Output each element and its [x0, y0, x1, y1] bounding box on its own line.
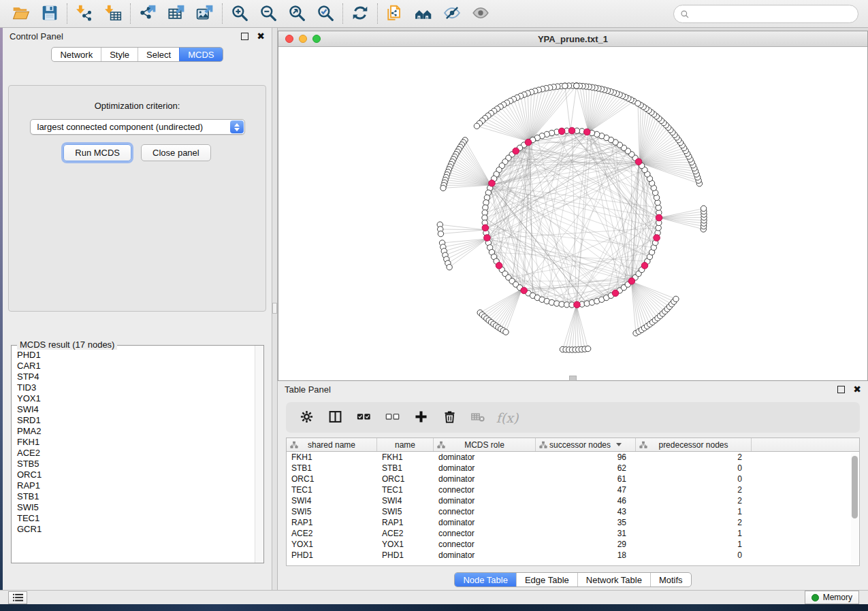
- mcds-result-scrollbar[interactable]: [255, 346, 263, 563]
- table-row[interactable]: PHD1PHD1dominator180: [287, 550, 859, 561]
- table-tab-network-table[interactable]: Network Table: [577, 573, 650, 587]
- open-session-button[interactable]: [10, 3, 32, 24]
- delete-column-button[interactable]: [440, 409, 458, 427]
- table-cell: 0: [636, 463, 752, 473]
- export-image-button[interactable]: [194, 3, 216, 24]
- column-header-predecessor-nodes[interactable]: predecessor nodes: [636, 438, 752, 451]
- hide-selected-button[interactable]: [441, 3, 463, 24]
- mcds-result-node[interactable]: SRD1: [17, 415, 249, 426]
- table-scrollbar-thumb[interactable]: [852, 456, 858, 518]
- mcds-result-node[interactable]: RAP1: [17, 480, 249, 491]
- zoom-fit-button[interactable]: [286, 3, 308, 24]
- refresh-view-button[interactable]: [349, 3, 371, 24]
- mcds-result-node[interactable]: ORC1: [17, 469, 249, 480]
- import-table-button[interactable]: [102, 3, 124, 24]
- mcds-result-node[interactable]: TEC1: [17, 513, 249, 524]
- column-header-name[interactable]: name: [377, 438, 434, 451]
- mcds-result-node[interactable]: TID3: [17, 382, 249, 393]
- close-panel-icon[interactable]: ✖: [257, 33, 265, 40]
- mcds-result-node[interactable]: FKH1: [17, 437, 249, 448]
- search-box: [673, 5, 858, 23]
- table-cell: 31: [536, 529, 636, 538]
- mcds-result-node[interactable]: GCR1: [17, 524, 249, 535]
- mcds-result-node[interactable]: SWI5: [17, 502, 249, 513]
- column-header-label: MCDS role: [464, 440, 504, 450]
- column-header-successor-nodes[interactable]: successor nodes: [536, 438, 636, 451]
- table-tab-edge-table[interactable]: Edge Table: [516, 573, 577, 587]
- mcds-result-node[interactable]: STB5: [17, 459, 249, 469]
- tab-mcds[interactable]: MCDS: [179, 48, 222, 61]
- network-graph[interactable]: [278, 47, 867, 380]
- table-row[interactable]: TEC1TEC1connector472: [287, 484, 859, 495]
- tab-style[interactable]: Style: [101, 48, 138, 61]
- mcds-result-node[interactable]: SWI4: [17, 404, 249, 415]
- table-tab-node-table[interactable]: Node Table: [455, 573, 516, 587]
- table-cell: STB1: [287, 463, 377, 473]
- float-panel-icon[interactable]: [241, 33, 248, 40]
- close-panel-button[interactable]: Close panel: [141, 144, 211, 161]
- table-row[interactable]: SWI5SWI5connector431: [287, 506, 859, 517]
- table-cell: SWI4: [287, 496, 377, 506]
- table-settings-button[interactable]: [298, 409, 315, 427]
- workspace: YPA_prune.txt_1 Table Panel ✖ f(x) share…: [278, 28, 868, 604]
- criterion-dropdown[interactable]: largest connected component (undirected): [30, 119, 245, 135]
- network-file-button[interactable]: [384, 3, 406, 24]
- table-row[interactable]: RAP1RAP1dominator352: [287, 517, 859, 528]
- splitter-handle[interactable]: [272, 303, 277, 314]
- mcds-tab-content: Optimization criterion: largest connecte…: [8, 85, 266, 312]
- zoom-out-button[interactable]: [257, 3, 279, 24]
- mcds-result-node[interactable]: STB1: [17, 491, 249, 502]
- table-row[interactable]: YOX1YOX1connector291: [287, 539, 859, 550]
- zoom-selected-button[interactable]: [315, 3, 336, 24]
- tab-network[interactable]: Network: [52, 48, 101, 61]
- search-input[interactable]: [694, 9, 852, 19]
- select-all-checkboxes-button[interactable]: [355, 409, 372, 427]
- column-header-shared-name[interactable]: shared name: [287, 438, 377, 451]
- mcds-result-node[interactable]: YOX1: [17, 393, 249, 404]
- memory-button[interactable]: Memory: [805, 591, 859, 604]
- network-view-window: YPA_prune.txt_1: [278, 31, 868, 381]
- import-table-icon: [104, 4, 122, 24]
- export-table-button[interactable]: [165, 3, 187, 24]
- delete-table-button: [469, 409, 487, 427]
- network-window-titlebar[interactable]: YPA_prune.txt_1: [278, 31, 867, 47]
- table-cell: 96: [536, 452, 636, 462]
- column-header-MCDS-role[interactable]: MCDS role: [434, 438, 536, 451]
- network-canvas[interactable]: [278, 47, 867, 380]
- float-table-panel-icon[interactable]: [837, 386, 845, 393]
- close-table-panel-icon[interactable]: ✖: [853, 386, 861, 393]
- horizontal-splitter-handle[interactable]: [569, 376, 577, 381]
- add-column-button[interactable]: [412, 409, 430, 427]
- deselect-all-checkboxes-button[interactable]: [383, 409, 401, 427]
- mcds-result-node[interactable]: PMA2: [17, 426, 249, 437]
- table-row[interactable]: FKH1FKH1dominator962: [287, 452, 859, 463]
- import-network-button[interactable]: [74, 3, 95, 24]
- mcds-result-node[interactable]: ACE2: [17, 448, 249, 459]
- table-cell: YOX1: [377, 540, 434, 549]
- table-cell: ACE2: [377, 529, 434, 538]
- mcds-result-node[interactable]: PHD1: [17, 350, 249, 361]
- vertical-splitter[interactable]: [272, 28, 278, 604]
- task-history-button[interactable]: [8, 591, 27, 604]
- status-bar: Memory: [0, 590, 868, 604]
- table-row[interactable]: ACE2ACE2connector311: [287, 528, 859, 539]
- table-row[interactable]: SWI4SWI4dominator462: [287, 495, 859, 506]
- export-network-button[interactable]: [137, 3, 159, 24]
- tab-select[interactable]: Select: [138, 48, 179, 61]
- table-row[interactable]: STB1STB1dominator620: [287, 463, 859, 474]
- zoom-in-button[interactable]: [229, 3, 251, 24]
- show-columns-button[interactable]: [326, 409, 344, 427]
- save-session-button[interactable]: [39, 3, 61, 24]
- save-session-icon: [41, 4, 59, 24]
- shared-column-icon: [437, 441, 445, 449]
- table-cell: RAP1: [287, 518, 377, 527]
- mcds-result-node[interactable]: STP4: [17, 371, 249, 382]
- table-scrollbar[interactable]: [851, 453, 858, 564]
- table-tab-motifs[interactable]: Motifs: [650, 573, 691, 587]
- run-mcds-button[interactable]: Run MCDS: [63, 144, 131, 161]
- table-panel-header: Table Panel ✖: [278, 381, 868, 397]
- table-row[interactable]: ORC1ORC1dominator610: [287, 474, 859, 484]
- show-all-button[interactable]: [470, 3, 492, 24]
- neighborhood-button[interactable]: [413, 3, 434, 24]
- mcds-result-node[interactable]: CAR1: [17, 361, 249, 371]
